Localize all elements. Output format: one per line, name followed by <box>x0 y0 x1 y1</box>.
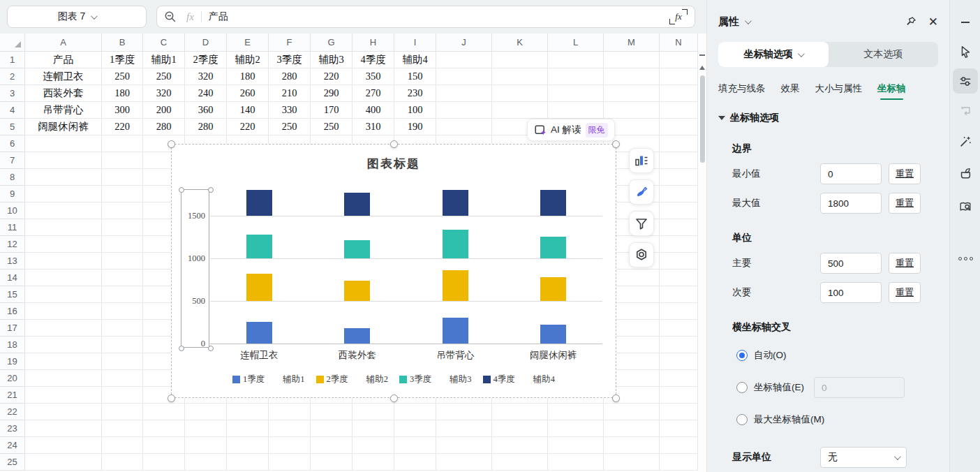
cell-K1[interactable] <box>492 52 548 68</box>
bar-1季度-连帽卫衣[interactable] <box>246 322 272 344</box>
cell-J24[interactable] <box>436 437 492 454</box>
major-unit-input[interactable] <box>820 253 882 274</box>
cell-C2[interactable]: 250 <box>143 68 185 85</box>
insert-function-icon[interactable]: fx <box>669 9 688 24</box>
cell-A15[interactable] <box>25 286 102 303</box>
row-header-8[interactable]: 8 <box>0 169 25 186</box>
cell-J3[interactable] <box>436 85 492 102</box>
cell-N19[interactable] <box>660 353 698 370</box>
minimize-panel-button[interactable] <box>953 10 978 35</box>
cell-N9[interactable] <box>660 186 698 202</box>
cell-M4[interactable] <box>604 102 660 119</box>
cell-H5[interactable]: 310 <box>352 119 394 135</box>
cell-G23[interactable] <box>311 420 352 437</box>
cell-B18[interactable] <box>102 337 143 353</box>
cell-A18[interactable] <box>25 337 102 353</box>
cell-F4[interactable]: 330 <box>269 102 311 119</box>
bar-2季度-西装外套[interactable] <box>344 281 370 301</box>
cell-N1[interactable] <box>660 52 698 68</box>
cell-B9[interactable] <box>102 186 143 202</box>
cell-I3[interactable]: 230 <box>394 85 436 102</box>
cell-J5[interactable] <box>436 119 492 135</box>
cell-A22[interactable] <box>25 404 102 420</box>
row-header-14[interactable]: 14 <box>0 270 25 286</box>
magic-wand-button[interactable] <box>953 128 978 154</box>
column-header-M[interactable]: M <box>604 34 660 52</box>
select-cursor-button[interactable] <box>953 39 978 64</box>
chart-type-button[interactable] <box>629 148 654 173</box>
legend-item-1季度[interactable]: 1季度 <box>232 374 265 385</box>
radio-off-icon[interactable] <box>736 382 748 393</box>
cell-G22[interactable] <box>311 404 352 420</box>
book-search-button[interactable] <box>953 194 978 219</box>
minor-reset-button[interactable]: 重置 <box>889 282 921 303</box>
legend-item-2季度[interactable]: 2季度 <box>316 374 348 385</box>
sheet-vertical-scrollbar[interactable] <box>698 34 706 472</box>
row-header-5[interactable]: 5 <box>0 119 25 135</box>
tab-text-options[interactable]: 文本选项 <box>829 42 939 67</box>
cell-H25[interactable] <box>352 454 394 471</box>
cell-D2[interactable]: 320 <box>185 68 227 85</box>
cell-F3[interactable]: 210 <box>269 85 311 102</box>
cell-K25[interactable] <box>492 454 548 471</box>
legend-item-辅助3[interactable]: 辅助3 <box>443 374 471 385</box>
x-category-label[interactable]: 连帽卫衣 <box>210 349 309 362</box>
axis-selection-handle[interactable] <box>179 187 184 193</box>
cell-E5[interactable]: 220 <box>227 119 269 135</box>
cell-M25[interactable] <box>604 454 660 471</box>
cell-N22[interactable] <box>660 404 698 420</box>
y-axis-selection-box[interactable] <box>181 189 209 348</box>
cell-B24[interactable] <box>102 437 143 454</box>
chart-title[interactable]: 图表标题 <box>172 156 616 172</box>
smart-toolbox-button[interactable] <box>953 161 978 186</box>
chart-selection-handle[interactable] <box>612 394 620 402</box>
cell-G3[interactable]: 290 <box>311 85 352 102</box>
chart-selection-handle[interactable] <box>390 394 398 402</box>
cell-N5[interactable] <box>660 119 698 135</box>
cell-A2[interactable]: 连帽卫衣 <box>25 68 102 85</box>
cell-H3[interactable]: 270 <box>352 85 394 102</box>
row-header-6[interactable]: 6 <box>0 135 25 152</box>
cell-K23[interactable] <box>492 420 548 437</box>
cell-I1[interactable]: 辅助4 <box>394 52 436 68</box>
legend-item-4季度[interactable]: 4季度 <box>483 374 515 385</box>
cell-B17[interactable] <box>102 320 143 337</box>
cell-B5[interactable]: 220 <box>102 119 143 135</box>
axis-selection-handle[interactable] <box>179 346 184 351</box>
bar-3季度-阔腿休闲裤[interactable] <box>540 237 566 258</box>
cell-K24[interactable] <box>492 437 548 454</box>
column-header-A[interactable]: A <box>25 34 102 52</box>
cell-E25[interactable] <box>227 454 269 471</box>
cell-N2[interactable] <box>660 68 698 85</box>
axis-selection-handle[interactable] <box>208 187 214 193</box>
cell-B19[interactable] <box>102 353 143 370</box>
cell-L24[interactable] <box>548 437 604 454</box>
cell-H2[interactable]: 350 <box>352 68 394 85</box>
bar-4季度-西装外套[interactable] <box>344 193 370 216</box>
cell-N4[interactable] <box>660 102 698 119</box>
cell-F25[interactable] <box>269 454 311 471</box>
cell-L25[interactable] <box>548 454 604 471</box>
legend-item-辅助4[interactable]: 辅助4 <box>526 374 555 385</box>
column-header-F[interactable]: F <box>269 34 311 52</box>
bar-4季度-阔腿休闲裤[interactable] <box>540 190 566 216</box>
cell-A3[interactable]: 西装外套 <box>25 85 102 102</box>
cell-I4[interactable]: 100 <box>394 102 436 119</box>
column-header-J[interactable]: J <box>436 34 492 52</box>
column-header-L[interactable]: L <box>548 34 604 52</box>
axis-selection-handle[interactable] <box>208 346 214 351</box>
cell-D25[interactable] <box>185 454 227 471</box>
cell-L22[interactable] <box>548 404 604 420</box>
select-all-corner[interactable] <box>0 34 25 52</box>
radio-axis-value[interactable]: 坐标轴值(E) <box>736 377 938 398</box>
cell-J23[interactable] <box>436 420 492 437</box>
tab-axis-options[interactable]: 坐标轴选项 <box>718 42 829 67</box>
cell-N10[interactable] <box>660 202 698 219</box>
cell-E22[interactable] <box>227 404 269 420</box>
cell-H4[interactable]: 400 <box>352 102 394 119</box>
row-header-12[interactable]: 12 <box>0 236 25 253</box>
cell-M1[interactable] <box>604 52 660 68</box>
cell-A12[interactable] <box>25 236 102 253</box>
cell-G25[interactable] <box>311 454 352 471</box>
cell-M2[interactable] <box>604 68 660 85</box>
